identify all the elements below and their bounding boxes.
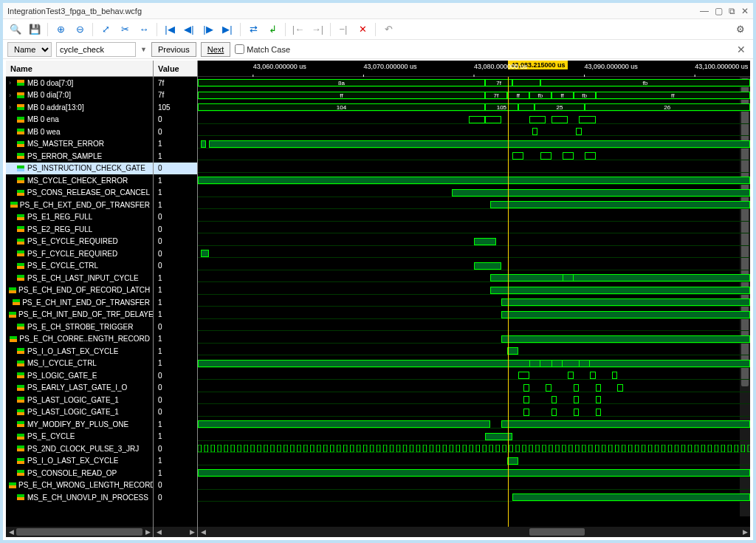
waveform-row[interactable]: [198, 247, 750, 260]
signal-name-row[interactable]: PS_E_CH_END_OF_RECORD_LATCH: [6, 284, 153, 297]
expander-icon[interactable]: ›: [9, 79, 16, 86]
close-search-icon[interactable]: ✕: [734, 44, 749, 55]
signal-name-row[interactable]: PS_E_CH_STROBE_TRIGGER: [6, 321, 153, 333]
waveform-row[interactable]: 1041052526: [198, 101, 750, 114]
waveform-row[interactable]: [198, 345, 750, 358]
waveform-row[interactable]: [198, 479, 750, 492]
signal-name-row[interactable]: ›MB 0 doa[7:0]: [6, 77, 153, 89]
delete-icon[interactable]: ✕: [354, 21, 371, 38]
signal-name-row[interactable]: MB 0 ena: [6, 114, 153, 126]
next-button[interactable]: Next: [201, 42, 231, 57]
signal-value-list[interactable]: 7f7f10500110111000001111011100001101100: [154, 77, 197, 527]
waveform-row[interactable]: [198, 272, 750, 284]
waveform-row[interactable]: [198, 211, 750, 224]
waveform-area[interactable]: 8a7ffbff7ffffbfffbff1041052526: [198, 77, 750, 527]
go-start-icon[interactable]: |◀: [162, 21, 178, 38]
scroll-thumb[interactable]: [529, 528, 585, 536]
next-marker-icon[interactable]: →|: [309, 21, 326, 38]
signal-name-row[interactable]: PS_2ND_CLOCK_PULSE_3_JRJ: [6, 443, 153, 455]
signal-name-row[interactable]: PS_ERROR_SAMPLE: [6, 150, 153, 163]
signal-name-list[interactable]: ›MB 0 doa[7:0]›MB 0 dia[7:0]›MB 0 addra[…: [6, 77, 153, 527]
signal-name-row[interactable]: PS_E_CYCLE_REQUIRED: [6, 236, 153, 248]
scroll-left-icon[interactable]: ◀: [198, 527, 208, 537]
save-icon[interactable]: 💾: [27, 21, 43, 38]
signal-name-row[interactable]: PS_INSTRUCTION_CHECK_GATE: [6, 163, 153, 175]
signal-name-row[interactable]: PS_LOGIC_GATE_E: [6, 369, 153, 382]
close-icon[interactable]: ✕: [741, 6, 749, 16]
waveform-row[interactable]: [198, 431, 750, 443]
waveform-row[interactable]: [198, 467, 750, 479]
waveform-row[interactable]: [198, 358, 750, 370]
waveform-row[interactable]: [198, 138, 750, 151]
scroll-thumb[interactable]: [16, 528, 142, 536]
scroll-right-icon[interactable]: ▶: [142, 527, 153, 537]
cursor-line[interactable]: [508, 77, 509, 527]
waveform-row[interactable]: [198, 333, 750, 346]
signal-name-row[interactable]: PS_EARLY_LAST_GATE_I_O: [6, 382, 153, 395]
go-end-icon[interactable]: ▶|: [219, 21, 236, 38]
expander-icon[interactable]: ›: [9, 92, 16, 99]
waveform-row[interactable]: [198, 150, 750, 163]
gear-icon[interactable]: ⚙: [732, 21, 749, 38]
time-ruler[interactable]: 43,083.215000 us43,060.000000 us43,070.0…: [198, 61, 750, 77]
waveform-row[interactable]: [198, 223, 750, 236]
match-case-checkbox[interactable]: Match Case: [235, 44, 290, 54]
remove-marker-icon[interactable]: −|: [335, 21, 351, 38]
signal-name-row[interactable]: PS_I_O_LAST_EX_CYCLE: [6, 345, 153, 358]
zoom-in-icon[interactable]: ⊕: [52, 21, 69, 38]
restore-icon[interactable]: ⧉: [729, 6, 735, 16]
signal-name-row[interactable]: PS_CONSOLE_READ_OP: [6, 467, 153, 479]
waveform-row[interactable]: [198, 382, 750, 395]
waveform-row[interactable]: [198, 455, 750, 468]
signal-name-row[interactable]: MY_MODIFY_BY_PLUS_ONE: [6, 418, 153, 431]
zoom-cursor-icon[interactable]: ✂: [117, 21, 133, 38]
undo-icon[interactable]: ↶: [380, 21, 396, 38]
go-to-time-icon[interactable]: ↔: [136, 21, 152, 38]
waveform-row[interactable]: [198, 309, 750, 321]
signal-name-row[interactable]: PS_E_CYCLE: [6, 431, 153, 443]
waveform-row[interactable]: [198, 418, 750, 431]
expander-icon[interactable]: ›: [9, 103, 16, 111]
waveform-row[interactable]: [198, 236, 750, 248]
chevron-down-icon[interactable]: ▼: [140, 46, 147, 53]
waveform-row[interactable]: [198, 199, 750, 211]
signal-name-row[interactable]: PS_E_CYCLE_CTRL: [6, 260, 153, 273]
zoom-out-icon[interactable]: ⊖: [72, 21, 88, 38]
waveform-row[interactable]: [198, 163, 750, 175]
waveform-row[interactable]: [198, 491, 750, 504]
waveform-row[interactable]: [198, 394, 750, 406]
waveform-row[interactable]: [198, 114, 750, 126]
signal-name-row[interactable]: PS_E_CH_CORRE..ENGTH_RECORD: [6, 333, 153, 346]
waveform-row[interactable]: [198, 443, 750, 455]
scroll-left-icon[interactable]: ◀: [6, 527, 16, 537]
search-scope-select[interactable]: Name: [7, 42, 52, 57]
prev-edge-icon[interactable]: ◀|: [181, 21, 197, 38]
signal-name-row[interactable]: MS_E_CH_UNOVLP_IN_PROCESS: [6, 491, 153, 504]
waveform-row[interactable]: [198, 369, 750, 382]
waveform-row[interactable]: [198, 126, 750, 138]
signal-name-row[interactable]: ›MB 0 dia[7:0]: [6, 89, 153, 102]
signal-name-row[interactable]: MS_CYCLE_CHECK_ERROR: [6, 174, 153, 187]
search-icon[interactable]: 🔍: [7, 21, 24, 38]
prev-marker-icon[interactable]: |←: [290, 21, 306, 38]
signal-name-row[interactable]: ›MB 0 addra[13:0]: [6, 101, 153, 114]
scroll-left-icon[interactable]: ◀: [154, 527, 164, 537]
signal-name-row[interactable]: PS_E_CH_EXT_END_OF_TRANSFER: [6, 199, 153, 211]
waveform-row[interactable]: 8a7ffb: [198, 77, 750, 89]
signal-name-row[interactable]: PS_LAST_LOGIC_GATE_1: [6, 394, 153, 406]
add-marker-icon[interactable]: ↲: [264, 21, 281, 38]
signal-name-row[interactable]: PS_I_O_LAST_EX_CYCLE: [6, 455, 153, 468]
scroll-right-icon[interactable]: ▶: [187, 527, 197, 537]
signal-name-row[interactable]: MS_MASTER_ERROR: [6, 138, 153, 151]
signal-name-row[interactable]: PS_E2_REG_FULL: [6, 223, 153, 236]
values-hscroll[interactable]: ◀▶: [154, 527, 197, 537]
match-case-input[interactable]: [235, 44, 244, 54]
zoom-fit-icon[interactable]: ⤢: [97, 21, 114, 38]
scroll-right-icon[interactable]: ▶: [740, 527, 750, 537]
signal-name-row[interactable]: PS_F_CYCLE_REQUIRED: [6, 247, 153, 260]
signal-name-row[interactable]: PS_E1_REG_FULL: [6, 211, 153, 224]
waveform-row[interactable]: [198, 174, 750, 187]
waveform-row[interactable]: [198, 321, 750, 333]
signal-name-row[interactable]: PS_E_CH_WRONG_LENGTH_RECORD: [6, 479, 153, 492]
search-input[interactable]: [56, 42, 136, 57]
